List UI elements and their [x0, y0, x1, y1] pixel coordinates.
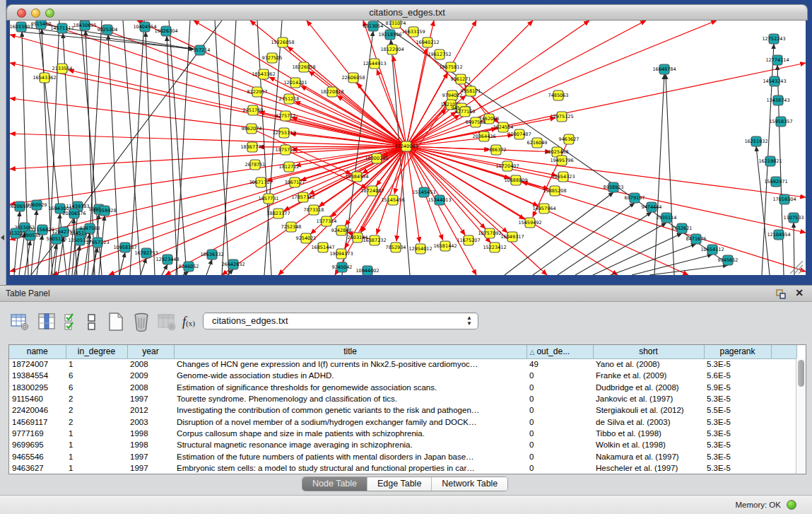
network-node-yellow[interactable]: 3624554: [493, 122, 514, 132]
network-node-yellow[interactable]: 7873318: [304, 205, 324, 215]
network-node-yellow[interactable]: 12544913: [363, 59, 386, 69]
network-node-yellow[interactable]: 6216049: [527, 138, 548, 148]
network-node-teal[interactable]: 16251932: [744, 136, 767, 146]
network-node-yellow[interactable]: 12954012: [408, 244, 432, 254]
network-node-teal[interactable]: 9245652: [718, 255, 739, 265]
network-node-yellow[interactable]: 18122004: [380, 45, 404, 54]
network-node-yellow[interactable]: 9561271: [451, 74, 471, 84]
table-options-icon[interactable]: [10, 312, 30, 332]
network-node-yellow[interactable]: 18543362: [252, 69, 275, 79]
network-node-yellow[interactable]: 19575812: [439, 62, 462, 72]
network-node-yellow[interactable]: 18367778: [240, 142, 264, 152]
network-node-teal[interactable]: 9245042: [332, 262, 353, 272]
network-node-teal[interactable]: 9025304: [98, 25, 118, 35]
network-node-teal[interactable]: 2935114: [657, 213, 677, 223]
network-node-teal[interactable]: 16219821: [758, 156, 782, 166]
network-node-teal[interactable]: 12752243: [762, 34, 785, 44]
network-node-yellow[interactable]: 16049317: [500, 232, 524, 242]
network-canvas[interactable]: 1522605893275051854336281229572251760986…: [10, 21, 806, 275]
network-node-yellow[interactable]: 12975125: [550, 112, 573, 122]
network-node-yellow[interactable]: 11675207: [457, 235, 480, 245]
network-node-yellow[interactable]: 1857731: [259, 194, 279, 204]
network-node-teal[interactable]: 15145451: [412, 187, 435, 197]
close-panel-icon[interactable]: ✕: [795, 287, 804, 298]
table-row[interactable]: 946362711997Embryonic stem cells: a mode…: [9, 462, 796, 474]
tab-edge-table[interactable]: Edge Table: [367, 477, 432, 491]
table-row[interactable]: 1456911722003Disruption of a novel membe…: [9, 416, 796, 427]
column-header-year[interactable]: year: [127, 345, 174, 358]
table-scrollbar[interactable]: [796, 358, 806, 474]
table-row[interactable]: 977716911998Corpus callosum shape and si…: [9, 428, 796, 439]
network-node-teal[interactable]: 9515460: [31, 21, 52, 29]
network-node-yellow[interactable]: 9254021: [296, 233, 317, 243]
network-node-teal[interactable]: 16782753: [134, 248, 158, 258]
network-node-teal[interactable]: 14543243: [763, 76, 786, 86]
table-row[interactable]: 946554611997Estimation of the future num…: [9, 450, 796, 462]
network-node-yellow[interactable]: 8131074: [386, 21, 406, 28]
network-node-yellow[interactable]: 9463627: [559, 134, 579, 144]
network-node-teal[interactable]: 12774114: [765, 55, 789, 65]
network-node-teal[interactable]: 1107533: [784, 213, 804, 223]
table-row[interactable]: 911546021997Tourette syndrome. Phenomeno…: [9, 393, 796, 404]
network-node-yellow[interactable]: 16581442: [433, 241, 457, 251]
table-selector-dropdown[interactable]: citations_edges.txt ▲▼: [203, 313, 478, 329]
network-node-teal[interactable]: 18636332: [200, 250, 223, 259]
table-row[interactable]: 2242004622012Investigating the contribut…: [9, 404, 796, 416]
float-window-icon[interactable]: [775, 288, 787, 300]
network-node-yellow[interactable]: 7852934: [386, 243, 406, 252]
table-row[interactable]: 1872400712008Changes of HCN gene express…: [9, 358, 796, 370]
network-node-teal[interactable]: 10404554: [133, 22, 156, 32]
show-column-icon[interactable]: [37, 312, 57, 332]
network-node-teal[interactable]: 9474444: [642, 202, 662, 212]
network-node-teal[interactable]: 19026304: [154, 26, 177, 36]
table-row[interactable]: 969969511998Structural magnetic resonanc…: [9, 439, 796, 450]
network-node-yellow[interactable]: 17857312: [291, 192, 314, 202]
table-row[interactable]: 1830029562008Estimation of significance …: [9, 382, 796, 393]
unselect-all-icon[interactable]: [86, 312, 98, 332]
network-node-teal[interactable]: 12104554: [767, 230, 790, 240]
network-node-yellow[interactable]: 15226058: [271, 37, 294, 47]
network-node-teal[interactable]: 18430695: [73, 21, 96, 30]
network-node-teal[interactable]: 15958357: [769, 117, 792, 127]
network-node-teal[interactable]: 13438743: [766, 95, 789, 105]
network-node-yellow[interactable]: 2751218: [279, 94, 300, 104]
network-node-teal[interactable]: 8471676: [686, 234, 707, 244]
delete-rows-trash-icon[interactable]: [131, 312, 151, 332]
network-node-yellow[interactable]: 9794022: [442, 90, 463, 100]
network-node-yellow[interactable]: 1812712: [279, 162, 300, 172]
west-panel-collapsed-strip[interactable]: [0, 0, 6, 285]
network-window-titlebar[interactable]: citations_edges.txt: [6, 4, 808, 21]
network-node-teal[interactable]: 7632621: [672, 223, 693, 233]
network-node-yellow[interactable]: 16543362: [33, 73, 56, 83]
network-node-yellow[interactable]: 16633159: [401, 27, 425, 37]
network-node-yellow[interactable]: 2678751: [245, 160, 266, 170]
select-all-icon[interactable]: [64, 312, 79, 332]
network-node-teal[interactable]: 12923448: [155, 255, 179, 264]
create-new-table-icon[interactable]: [106, 312, 126, 332]
column-header-out_de[interactable]: △out_de...: [526, 345, 593, 358]
table-row[interactable]: 1938455462009Genome-wide association stu…: [9, 370, 796, 381]
column-header-short[interactable]: short: [593, 345, 704, 358]
network-node-yellow[interactable]: 8122957: [247, 87, 268, 97]
column-header-pagerank[interactable]: pagerank: [704, 345, 771, 358]
network-node-yellow[interactable]: 19654323: [551, 172, 575, 182]
network-node-teal[interactable]: 8938923: [604, 182, 624, 192]
network-node-yellow[interactable]: 9558171: [461, 86, 481, 96]
network-node-teal[interactable]: 15692971: [764, 177, 787, 187]
network-node-teal[interactable]: 19218506: [378, 30, 401, 40]
network-node-teal[interactable]: 10944002: [355, 266, 379, 275]
network-node-yellow[interactable]: 22606058: [341, 73, 365, 83]
network-node-yellow[interactable]: 2251760: [243, 105, 264, 115]
network-node-yellow[interactable]: 7485063: [548, 90, 569, 100]
network-node-yellow[interactable]: 7252348: [281, 222, 302, 232]
network-node-teal[interactable]: 10958187: [113, 243, 136, 252]
network-node-teal[interactable]: 16648784: [652, 64, 676, 74]
column-header-title[interactable]: title: [174, 345, 526, 358]
network-node-yellow[interactable]: 1577314: [317, 216, 337, 226]
network-node-teal[interactable]: 10654112: [700, 245, 724, 255]
network-node-yellow[interactable]: 12755112: [272, 128, 295, 138]
column-header-name[interactable]: name: [9, 345, 66, 358]
network-node-teal[interactable]: 15344013: [428, 195, 451, 205]
table-scrollbar-thumb[interactable]: [798, 360, 804, 387]
network-node-yellow[interactable]: 10807487: [507, 129, 531, 139]
